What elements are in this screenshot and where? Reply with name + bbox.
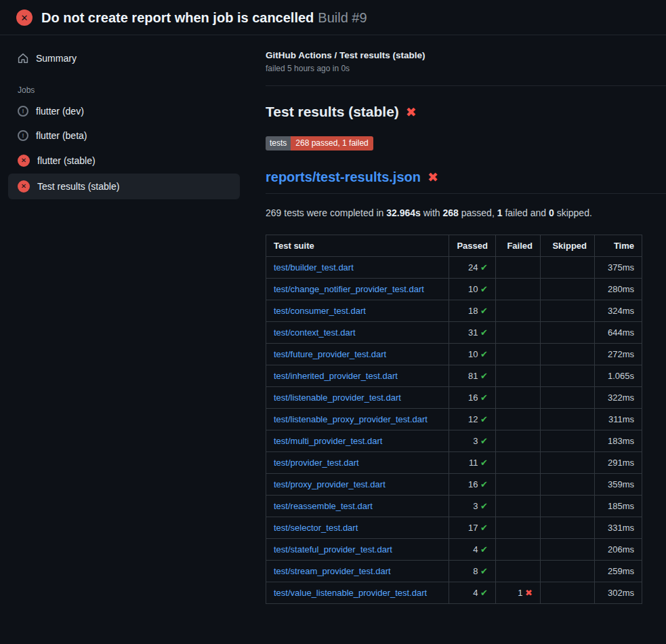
passed-cell: 18 ✔ bbox=[449, 300, 496, 322]
passed-cell: 3 ✔ bbox=[449, 496, 496, 517]
summary-failed-count: 1 bbox=[497, 207, 503, 218]
table-row: test/multi_provider_test.dart3 ✔183ms bbox=[266, 430, 642, 452]
skipped-cell bbox=[541, 496, 595, 517]
run-status: failed 5 hours ago in 0s bbox=[266, 64, 644, 73]
suite-link[interactable]: test/builder_test.dart bbox=[274, 262, 354, 273]
header-divider bbox=[266, 85, 666, 86]
suite-link[interactable]: test/selector_test.dart bbox=[274, 523, 358, 533]
table-row: test/consumer_test.dart18 ✔324ms bbox=[266, 300, 642, 322]
sidebar-item-flutter-beta[interactable]: !flutter (beta) bbox=[8, 123, 240, 148]
suite-cell: test/inherited_provider_test.dart bbox=[266, 365, 449, 387]
summary-passed-count: 268 bbox=[443, 207, 459, 218]
table-row: test/proxy_provider_test.dart16 ✔359ms bbox=[266, 474, 642, 496]
table-row: test/listenable_provider_test.dart16 ✔32… bbox=[266, 387, 642, 409]
suite-cell: test/multi_provider_test.dart bbox=[266, 430, 449, 452]
table-row: test/change_notifier_provider_test.dart1… bbox=[266, 279, 642, 300]
table-row: test/stateful_provider_test.dart4 ✔206ms bbox=[266, 539, 642, 561]
check-icon: ✔ bbox=[480, 414, 488, 424]
time-cell: 359ms bbox=[595, 474, 642, 496]
passed-cell-count: 8 bbox=[473, 566, 480, 576]
passed-cell: 8 ✔ bbox=[449, 561, 496, 582]
cross-icon: ✖ bbox=[525, 588, 533, 598]
table-row: test/context_test.dart31 ✔644ms bbox=[266, 322, 642, 344]
failed-cell-count: 1 bbox=[518, 588, 525, 598]
suite-link[interactable]: test/consumer_test.dart bbox=[274, 306, 366, 316]
sidebar-item-label: Test results (stable) bbox=[37, 181, 119, 192]
check-icon: ✔ bbox=[480, 458, 488, 468]
failed-cell bbox=[496, 300, 541, 322]
failed-cell bbox=[496, 561, 541, 582]
page-title: Do not create report when job is cancell… bbox=[41, 10, 367, 26]
passed-cell: 24 ✔ bbox=[449, 257, 496, 279]
check-icon: ✔ bbox=[480, 436, 488, 446]
passed-cell-count: 12 bbox=[468, 414, 480, 424]
check-icon: ✔ bbox=[480, 479, 488, 489]
skipped-cell bbox=[541, 257, 595, 279]
suite-link[interactable]: test/multi_provider_test.dart bbox=[274, 436, 382, 446]
suite-link[interactable]: test/context_test.dart bbox=[274, 327, 356, 338]
suite-link[interactable]: test/stream_provider_test.dart bbox=[274, 566, 391, 576]
neutral-status-icon: ! bbox=[18, 130, 28, 141]
suite-cell: test/stream_provider_test.dart bbox=[266, 561, 449, 582]
sidebar-item-flutter-dev[interactable]: !flutter (dev) bbox=[8, 99, 240, 123]
suite-link[interactable]: test/inherited_provider_test.dart bbox=[274, 371, 398, 381]
failed-cell bbox=[496, 539, 541, 561]
sidebar-item-label: flutter (beta) bbox=[36, 130, 87, 141]
table-row: test/selector_test.dart17 ✔331ms bbox=[266, 517, 642, 539]
sidebar-item-flutter-stable[interactable]: ✕flutter (stable) bbox=[8, 148, 240, 174]
skipped-cell bbox=[541, 430, 595, 452]
suite-cell: test/future_provider_test.dart bbox=[266, 344, 449, 365]
failed-cell bbox=[496, 517, 541, 539]
failed-cell bbox=[496, 474, 541, 496]
failed-status-icon: ✕ bbox=[18, 180, 30, 193]
failed-cell bbox=[496, 365, 541, 387]
sidebar-item-test-results-stable[interactable]: ✕Test results (stable) bbox=[8, 174, 240, 199]
tests-badge: tests 268 passed, 1 failed bbox=[266, 136, 373, 150]
home-icon bbox=[18, 53, 28, 64]
skipped-cell bbox=[541, 409, 595, 430]
section-title-text: Test results (stable) bbox=[266, 104, 399, 120]
summary-text: with bbox=[421, 207, 443, 218]
suite-cell: test/listenable_provider_test.dart bbox=[266, 387, 449, 409]
suite-link[interactable]: test/listenable_proxy_provider_test.dart bbox=[274, 414, 428, 424]
passed-cell-count: 16 bbox=[468, 479, 480, 489]
check-icon: ✔ bbox=[480, 588, 488, 598]
column-header: Passed bbox=[449, 235, 496, 257]
suite-link[interactable]: test/stateful_provider_test.dart bbox=[274, 544, 392, 555]
check-icon: ✔ bbox=[480, 349, 488, 359]
failed-cell bbox=[496, 452, 541, 474]
suite-link[interactable]: test/reassemble_test.dart bbox=[274, 501, 373, 511]
summary-duration: 32.964s bbox=[386, 207, 421, 218]
column-header: Time bbox=[595, 235, 642, 257]
time-cell: 375ms bbox=[595, 257, 642, 279]
passed-cell: 16 ✔ bbox=[449, 387, 496, 409]
time-cell: 185ms bbox=[595, 496, 642, 517]
suite-link[interactable]: test/listenable_provider_test.dart bbox=[274, 393, 401, 403]
suite-cell: test/provider_test.dart bbox=[266, 452, 449, 474]
suite-link[interactable]: test/proxy_provider_test.dart bbox=[274, 479, 386, 489]
table-row: test/builder_test.dart24 ✔375ms bbox=[266, 257, 642, 279]
report-link[interactable]: reports/test-results.json bbox=[266, 169, 421, 185]
build-title: Do not create report when job is cancell… bbox=[41, 10, 314, 25]
passed-cell: 81 ✔ bbox=[449, 365, 496, 387]
time-cell: 322ms bbox=[595, 387, 642, 409]
table-row: test/future_provider_test.dart10 ✔272ms bbox=[266, 344, 642, 365]
passed-cell-count: 24 bbox=[468, 262, 480, 273]
suite-cell: test/consumer_test.dart bbox=[266, 300, 449, 322]
suite-link[interactable]: test/value_listenable_provider_test.dart bbox=[274, 588, 427, 598]
build-number: Build #9 bbox=[318, 10, 367, 25]
skipped-cell bbox=[541, 365, 595, 387]
sidebar-item-summary[interactable]: Summary bbox=[8, 46, 240, 71]
suite-cell: test/reassemble_test.dart bbox=[266, 496, 449, 517]
passed-cell: 10 ✔ bbox=[449, 344, 496, 365]
summary-text: 269 tests were completed in bbox=[266, 207, 386, 218]
failed-cell: 1 ✖ bbox=[496, 582, 541, 604]
suite-link[interactable]: test/provider_test.dart bbox=[274, 458, 359, 468]
summary-text: passed, bbox=[459, 207, 497, 218]
passed-cell-count: 11 bbox=[469, 458, 480, 468]
skipped-cell bbox=[541, 539, 595, 561]
passed-cell: 11 ✔ bbox=[449, 452, 496, 474]
failed-x-icon: ✖ bbox=[428, 169, 438, 185]
suite-link[interactable]: test/future_provider_test.dart bbox=[274, 349, 386, 359]
suite-link[interactable]: test/change_notifier_provider_test.dart bbox=[274, 284, 424, 294]
